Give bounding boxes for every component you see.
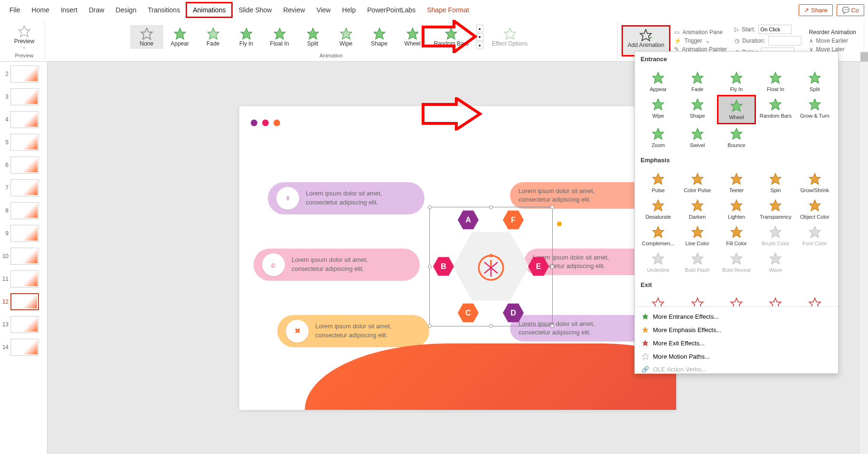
duration-input[interactable]: [768, 36, 802, 46]
more-exit[interactable]: More Exit Effects...: [635, 336, 838, 350]
tab-file[interactable]: File: [4, 3, 26, 17]
exit-item-3[interactable]: [756, 294, 795, 306]
tab-design[interactable]: Design: [110, 3, 142, 17]
tab-draw[interactable]: Draw: [83, 3, 110, 17]
entrance-growturn[interactable]: Grow & Turn: [795, 95, 834, 124]
anim-wipe[interactable]: Wipe: [330, 25, 363, 49]
entrance-wipe-label: Wipe: [652, 113, 664, 119]
emphasis-colorpulse[interactable]: Color Pulse: [678, 169, 717, 196]
entrance-randombars-label: Random Bars: [760, 113, 792, 119]
slide-thumb-8[interactable]: 8: [2, 202, 45, 219]
animation-pane-button[interactable]: ▭Animation Pane: [674, 29, 727, 36]
anim-fade[interactable]: Fade: [197, 25, 230, 49]
tab-home[interactable]: Home: [26, 3, 55, 17]
info-box-3[interactable]: ✖ Lorem ipsum dolor sit amet,consectetur…: [277, 315, 429, 347]
exit-item-2[interactable]: [717, 294, 756, 306]
tab-review[interactable]: Review: [277, 3, 311, 17]
svg-marker-44: [809, 200, 820, 211]
tab-help[interactable]: Help: [336, 3, 361, 17]
tab-shape-format[interactable]: Shape Format: [421, 3, 475, 17]
exit-item-0[interactable]: [639, 294, 678, 306]
emphasis-complemen[interactable]: Complemen...: [639, 222, 678, 249]
emphasis-teeter[interactable]: Teeter: [717, 169, 756, 196]
slide-thumb-7[interactable]: 7: [2, 179, 45, 196]
move-earlier-button[interactable]: ∧Move Earlier: [809, 37, 856, 44]
entrance-flyin[interactable]: Fly In: [717, 68, 756, 95]
svg-marker-59: [642, 313, 648, 319]
anim-shape[interactable]: Shape: [363, 25, 396, 49]
info-box-1[interactable]: ♀ Lorem ipsum dolor sit amet,consectetur…: [268, 182, 425, 214]
share-button[interactable]: ↗ Share: [799, 4, 832, 16]
comments-button[interactable]: 💬 Co: [837, 4, 864, 16]
emphasis-spin[interactable]: Spin: [756, 169, 795, 196]
entrance-floatin[interactable]: Float In: [756, 68, 795, 95]
tab-transitions[interactable]: Transitions: [142, 3, 186, 17]
entrance-appear[interactable]: Appear: [639, 68, 678, 95]
slide-thumb-5[interactable]: 5: [2, 134, 45, 151]
entrance-wheel[interactable]: Wheel: [717, 95, 756, 124]
slide-thumb-10[interactable]: 10: [2, 248, 45, 265]
svg-marker-53: [770, 253, 781, 264]
hex-group[interactable]: A F B E C D: [439, 214, 543, 319]
emphasis-lighten[interactable]: Lighten: [717, 196, 756, 222]
more-entrance[interactable]: More Entrance Effects...: [635, 310, 838, 323]
preview-label: Preview: [14, 38, 35, 45]
add-animation-dropdown: Entrance AppearFadeFly InFloat InSplitWi…: [634, 51, 839, 374]
emphasis-linecolor-label: Line Color: [686, 241, 709, 246]
more-emphasis[interactable]: More Emphasis Effects...: [635, 323, 838, 336]
effect-options-button[interactable]: Effect Options: [487, 25, 532, 49]
emphasis-linecolor[interactable]: Line Color: [678, 222, 717, 249]
slide-thumb-14[interactable]: 14: [2, 339, 45, 356]
emphasis-growshrink[interactable]: Grow/Shrink: [795, 169, 834, 196]
emphasis-fillcolor[interactable]: Fill Color: [717, 222, 756, 249]
emphasis-pulse[interactable]: Pulse: [639, 169, 678, 196]
tab-view[interactable]: View: [311, 3, 336, 17]
slide-number: 7: [2, 185, 10, 191]
exit-item-4[interactable]: [795, 294, 834, 306]
slide-thumb-6[interactable]: 6: [2, 157, 45, 174]
anim-appear[interactable]: Appear: [163, 25, 197, 49]
start-input[interactable]: [758, 25, 792, 34]
trigger-button[interactable]: ⚡Trigger ⌄: [674, 37, 727, 44]
entrance-split[interactable]: Split: [795, 68, 834, 95]
emphasis-transparency[interactable]: Transparency: [756, 196, 795, 222]
anim-flyin[interactable]: Fly In: [230, 25, 263, 49]
slide-thumb-12[interactable]: 12: [2, 293, 45, 310]
tab-insert[interactable]: Insert: [55, 3, 83, 17]
tab-slideshow[interactable]: Slide Show: [233, 3, 277, 17]
slide-thumb-9[interactable]: 9: [2, 225, 45, 242]
info-box-2[interactable]: ⌕ Lorem ipsum dolor sit amet,consectetur…: [254, 249, 420, 281]
slide-panel[interactable]: 234567891011121314: [0, 62, 47, 454]
trigger-icon: ⚡: [674, 37, 681, 44]
slide-thumb-4[interactable]: 4: [2, 111, 45, 128]
slide-thumb-2[interactable]: 2: [2, 65, 45, 83]
dot-pink: [262, 120, 269, 126]
entrance-shape[interactable]: Shape: [678, 95, 717, 124]
emphasis-objectcolor[interactable]: Object Color: [795, 196, 834, 222]
svg-marker-1: [141, 28, 152, 39]
tab-animations[interactable]: Animations: [186, 2, 233, 18]
entrance-fade[interactable]: Fade: [678, 68, 717, 95]
slide-thumb-13[interactable]: 13: [2, 316, 45, 333]
slide-thumb-3[interactable]: 3: [2, 88, 45, 105]
entrance-swivel[interactable]: Swivel: [678, 124, 717, 151]
emphasis-darken[interactable]: Darken: [678, 196, 717, 222]
slide-thumb-11[interactable]: 11: [2, 270, 45, 287]
slide: ♀ Lorem ipsum dolor sit amet,consectetur…: [239, 106, 676, 410]
anim-none[interactable]: None: [130, 25, 163, 49]
entrance-bounce[interactable]: Bounce: [717, 124, 756, 151]
preview-button[interactable]: Preview ⌄: [8, 23, 41, 51]
entrance-zoom[interactable]: Zoom: [639, 124, 678, 151]
entrance-wipe[interactable]: Wipe: [639, 95, 678, 124]
more-motion[interactable]: More Motion Paths...: [635, 350, 838, 363]
selection-box[interactable]: [429, 207, 553, 326]
vertical-scrollbar[interactable]: [860, 51, 868, 454]
slide-number: 3: [2, 93, 10, 100]
anim-floatin[interactable]: Float In: [263, 25, 296, 49]
anim-split[interactable]: Split: [296, 25, 330, 49]
tab-powerpointlabs[interactable]: PowerPointLabs: [361, 3, 421, 17]
emphasis-desaturate[interactable]: Desaturate: [639, 196, 678, 222]
exit-item-1[interactable]: [678, 294, 717, 306]
slide-number: 14: [2, 344, 10, 351]
entrance-randombars[interactable]: Random Bars: [756, 95, 795, 124]
